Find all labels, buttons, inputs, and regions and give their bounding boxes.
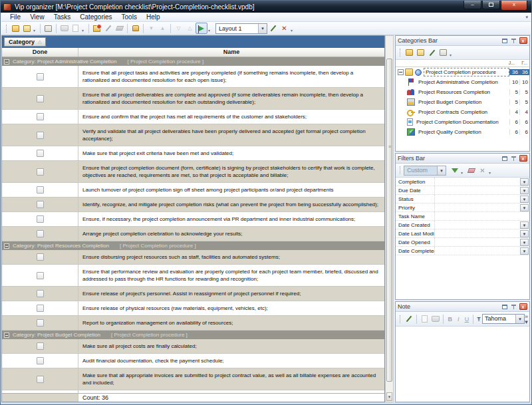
table-row[interactable]: Report to organization management on ava… <box>2 316 384 331</box>
note-pin-button[interactable] <box>509 303 518 311</box>
layout-overflow-icon[interactable]: ▾ <box>291 28 293 33</box>
toolbar-grip[interactable] <box>400 49 402 57</box>
filter-preset-dropdown-icon[interactable]: ▼ <box>437 166 446 175</box>
table-row[interactable]: Ensure, if necessary, the project comple… <box>2 212 384 227</box>
collapse-icon[interactable] <box>4 333 9 338</box>
task-checkbox[interactable] <box>37 230 44 237</box>
task-checkbox[interactable] <box>37 73 44 80</box>
task-checkbox[interactable] <box>37 290 44 297</box>
delete-layout-button[interactable]: ✕ <box>279 23 290 34</box>
note-close-button[interactable]: x <box>519 303 527 311</box>
remove-filter-button[interactable]: ✕ <box>477 165 488 176</box>
note-restore-button[interactable] <box>500 303 509 311</box>
column-header-done[interactable]: Done <box>2 48 78 57</box>
table-row[interactable]: Verify and validate that all project del… <box>2 124 384 146</box>
edit-category-button[interactable] <box>426 47 438 58</box>
italic-button[interactable]: I <box>454 316 463 323</box>
filters-pin-button[interactable] <box>509 155 518 162</box>
filter-preset-select[interactable]: Custom ▼ <box>404 166 446 176</box>
task-checkbox[interactable] <box>37 253 44 261</box>
group-header-row[interactable]: Category: Project Administrative Complet… <box>2 57 384 66</box>
edit-layout-button[interactable] <box>267 23 279 34</box>
minimize-button[interactable]: – <box>464 1 481 9</box>
menu-item-tasks[interactable]: Tasks <box>49 13 76 21</box>
task-checkbox[interactable] <box>37 319 44 327</box>
collapse-all-button[interactable]: △ <box>184 23 196 34</box>
maximize-button[interactable] <box>482 1 500 9</box>
note-toolbar-overflow-icon[interactable]: »▾ <box>525 314 528 325</box>
table-row[interactable]: Ensure that all project deliverables are… <box>2 88 384 110</box>
filter-value-field[interactable] <box>434 238 520 246</box>
new-note-button[interactable] <box>10 23 21 34</box>
sidebar-item-project-contracts-completion[interactable]: Project Contracts Completion44 <box>396 107 529 117</box>
task-checkbox[interactable] <box>37 168 44 176</box>
move-down-button[interactable]: ▼ <box>146 23 157 34</box>
scrollbar-thumb[interactable]: ≡ <box>386 59 392 382</box>
save-button[interactable] <box>43 23 54 34</box>
table-row[interactable]: Ensure release of project's personnel. A… <box>2 287 384 301</box>
move-up-button[interactable]: ▲ <box>157 23 168 34</box>
table-row[interactable]: Arrange project completion celebration t… <box>2 227 384 241</box>
underline-button[interactable]: U <box>463 316 471 323</box>
new-subcategory-button[interactable] <box>415 47 426 58</box>
task-checkbox[interactable] <box>37 272 44 279</box>
menu-item-tools[interactable]: Tools <box>117 13 142 21</box>
list-vertical-scrollbar[interactable]: ≡ ▼ <box>385 35 394 402</box>
spell-check-button[interactable] <box>404 314 415 325</box>
view-overflow-icon[interactable]: ▾ <box>208 28 210 33</box>
group-header-row[interactable]: Category: Project Resources Completion[ … <box>2 241 384 250</box>
scroll-down-button[interactable]: ▼ <box>386 392 392 401</box>
task-checkbox[interactable] <box>37 201 44 208</box>
task-checkbox[interactable] <box>37 215 44 223</box>
task-checkbox[interactable] <box>37 95 44 102</box>
clear-filter-button[interactable] <box>466 165 477 176</box>
table-row[interactable]: Ensure release of physical resources (ra… <box>2 301 384 316</box>
collapse-icon[interactable] <box>4 243 9 249</box>
menu-item-categories[interactable]: Categories <box>75 13 116 21</box>
filter-dropdown-icon[interactable]: ▼ <box>520 178 529 186</box>
column-header-name[interactable]: Name <box>78 48 384 57</box>
filter-dropdown-icon[interactable]: ▼ <box>520 247 529 255</box>
filter-dropdown-icon[interactable]: ▼ <box>520 204 529 211</box>
filter-value-field[interactable] <box>434 186 520 194</box>
task-checkbox[interactable] <box>37 186 44 194</box>
complete-task-button[interactable] <box>130 23 141 34</box>
filter-value-field[interactable] <box>434 229 520 237</box>
open-button[interactable] <box>21 23 33 34</box>
table-row[interactable]: Ensure that project completion document … <box>2 161 384 183</box>
table-row[interactable]: Ensure that all project tasks and activi… <box>2 66 384 88</box>
print-preview-button[interactable] <box>70 23 81 34</box>
table-row[interactable]: Ensure that performance review and evalu… <box>2 265 384 287</box>
note-text-area[interactable] <box>396 327 529 402</box>
toolbar-grip[interactable] <box>400 166 402 174</box>
task-checkbox[interactable] <box>37 342 44 350</box>
table-row[interactable]: Identify, recognize, and mitigate projec… <box>2 198 384 212</box>
font-dropdown-icon[interactable]: ▼ <box>515 315 524 323</box>
delete-category-button[interactable] <box>438 47 449 58</box>
categories-pin-button[interactable] <box>509 37 518 45</box>
toolbar-grip[interactable] <box>6 25 8 33</box>
menu-item-help[interactable]: Help <box>142 13 165 21</box>
filter-value-field[interactable] <box>434 195 520 203</box>
expand-all-button[interactable]: ▽ <box>173 23 184 34</box>
filter-value-field[interactable] <box>434 178 520 186</box>
print-overflow-icon[interactable]: ▾ <box>82 28 84 33</box>
menu-overflow-icon[interactable]: ▾ <box>525 15 528 20</box>
filter-dropdown-icon[interactable]: ▼ <box>520 221 529 229</box>
filters-close-button[interactable]: x <box>519 155 527 162</box>
collapse-icon[interactable] <box>4 59 9 65</box>
add-task-button[interactable] <box>91 23 102 34</box>
filter-dropdown-icon[interactable]: ▼ <box>520 187 529 194</box>
sidebar-item-project-administrative-completion[interactable]: Project Administrative Completion1010 <box>396 77 529 87</box>
table-row[interactable]: Make sure that all appropriate invoices … <box>2 368 384 390</box>
group-by-category-button[interactable]: Category △ <box>4 37 46 47</box>
table-row[interactable]: Launch turnover of project completion si… <box>2 183 384 198</box>
task-checkbox[interactable] <box>37 150 44 157</box>
table-row[interactable]: Ensure and confirm that the project has … <box>2 110 384 124</box>
filters-overflow-icon[interactable]: ▾ <box>489 170 491 175</box>
filter-dropdown-icon[interactable]: ▾ <box>461 170 463 175</box>
note-print-button[interactable] <box>430 314 442 325</box>
table-row[interactable]: Audit financial documentation, check the… <box>2 354 384 368</box>
delete-task-button[interactable] <box>114 23 125 34</box>
view-notes-toggle[interactable] <box>196 23 207 34</box>
